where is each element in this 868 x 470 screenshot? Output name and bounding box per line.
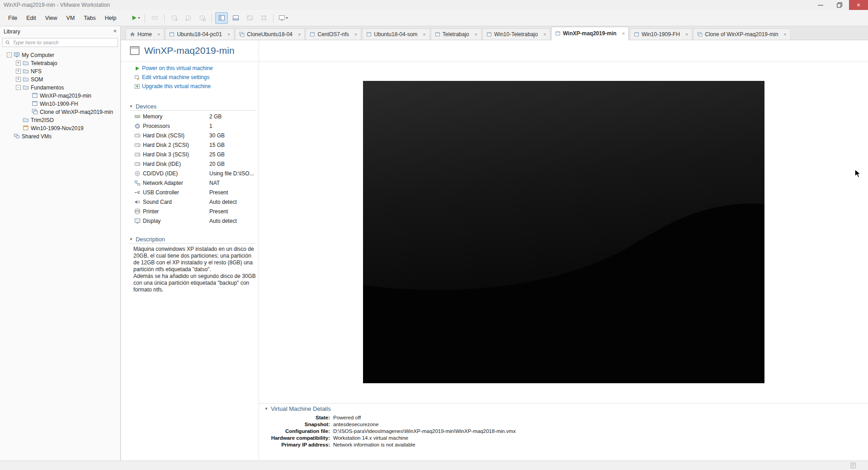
close-library-icon[interactable]: × [113, 28, 117, 34]
keyboard-icon [151, 14, 158, 21]
show-library-button[interactable] [215, 12, 228, 24]
menu-edit[interactable]: Edit [22, 10, 41, 26]
device-row-hard-disk-scsi[interactable]: Hard Disk (SCSI)30 GB [121, 131, 259, 140]
tree-item-my-computer[interactable]: -My Computer [0, 51, 120, 59]
tab-clone-of-winxp-maq2019-min[interactable]: Clone of WinXP-maq2019-min× [693, 28, 791, 40]
collapse-icon[interactable]: - [16, 85, 21, 90]
vm-icon [310, 32, 315, 37]
library-search[interactable] [2, 38, 118, 47]
tab-winxp-maq2019-min[interactable]: WinXP-maq2019-min× [551, 27, 629, 40]
device-row-printer[interactable]: PrinterPresent [121, 207, 259, 216]
command-upgrade-this-virtual-machine[interactable]: Upgrade this virtual machine [121, 82, 259, 91]
device-name: Hard Disk 2 (SCSI) [143, 142, 209, 148]
library-panel: Library × -My Computer+Teletrabajo+NFS+S… [0, 26, 121, 461]
menu-view[interactable]: View [41, 10, 62, 26]
window-title: WinXP-maq2019-min - VMware Workstation [4, 2, 110, 8]
tab-ubuntu18-04-pc01[interactable]: Ubuntu18-04-pc01× [165, 28, 234, 40]
menu-vm[interactable]: VM [62, 10, 80, 26]
tab-home[interactable]: Home× [126, 28, 164, 40]
minimize-button[interactable] [811, 0, 830, 10]
send-ctrl-alt-del-button[interactable] [148, 12, 161, 24]
tab-close-icon[interactable]: × [543, 32, 546, 37]
expand-icon[interactable]: + [16, 61, 21, 66]
show-thumbnail-bar-button[interactable] [229, 12, 242, 24]
close-button[interactable]: × [849, 0, 868, 10]
vm-title: WinXP-maq2019-min [144, 45, 235, 56]
tab-label: Home [137, 31, 152, 38]
tab-close-icon[interactable]: × [783, 32, 786, 37]
tree-item-trim2iso[interactable]: Trim2ISO [0, 116, 120, 124]
collapse-icon[interactable]: - [7, 52, 12, 57]
tab-close-icon[interactable]: × [685, 32, 688, 37]
snapshot-manager-button[interactable] [196, 12, 208, 24]
vm-tree: -My Computer+Teletrabajo+NFS+SOM-Fundame… [0, 51, 120, 140]
description-section-header[interactable]: ▼ Description [129, 235, 255, 244]
device-value: 25 GB [209, 151, 225, 158]
device-row-network-adapter[interactable]: Network AdapterNAT [121, 178, 259, 188]
tree-item-clone-of-winxp-maq2019-min[interactable]: Clone of WinXP-maq2019-min [0, 108, 120, 116]
snapshot-manager-icon [199, 14, 206, 21]
take-snapshot-button[interactable] [168, 12, 180, 24]
tree-item-shared-vms[interactable]: Shared VMs [0, 132, 120, 140]
device-value: 15 GB [209, 142, 225, 148]
power-on-button[interactable]: ▾ [129, 12, 142, 24]
expand-icon[interactable]: + [16, 69, 21, 74]
device-name: Hard Disk (IDE) [143, 161, 209, 167]
search-input[interactable] [13, 40, 115, 45]
device-row-cd-dvd-ide[interactable]: CD/DVD (IDE)Using file D:\ISO... [121, 169, 259, 178]
command-edit-virtual-machine-settings[interactable]: Edit virtual machine settings [121, 73, 259, 82]
tab-close-icon[interactable]: × [157, 32, 160, 37]
folder-icon [23, 60, 29, 66]
restore-button[interactable] [830, 0, 849, 10]
tree-item-winxp-maq2019-min[interactable]: WinXP-maq2019-min [0, 91, 120, 99]
tab-close-icon[interactable]: × [423, 32, 425, 37]
tab-close-icon[interactable]: × [475, 32, 477, 37]
tab-close-icon[interactable]: × [298, 32, 301, 37]
device-row-hard-disk-3-scsi[interactable]: Hard Disk 3 (SCSI)25 GB [121, 150, 259, 159]
vm-clone-icon [239, 32, 245, 37]
vm-description: Máquina conwindows XP instalado en un di… [133, 246, 256, 293]
tab-win10-1909-fh[interactable]: Win10-1909-FH× [630, 28, 692, 40]
menu-tabs[interactable]: Tabs [79, 10, 100, 26]
tab-close-icon[interactable]: × [354, 32, 357, 37]
upgrade-icon [134, 84, 140, 89]
tab-close-icon[interactable]: × [622, 31, 625, 36]
unity-button[interactable] [257, 12, 270, 24]
tab-ubuntu18-04-som[interactable]: Ubuntu18-04-som× [362, 28, 430, 40]
vm-screen-preview[interactable] [363, 81, 764, 383]
device-row-processors[interactable]: Processors1 [121, 121, 259, 131]
expand-icon[interactable]: + [16, 77, 21, 82]
tree-item-label: WinXP-maq2019-min [40, 92, 91, 99]
devices-section-header[interactable]: ▼ Devices [129, 102, 255, 111]
tree-item-teletrabajo[interactable]: +Teletrabajo [0, 59, 120, 67]
folder-icon [23, 76, 29, 82]
fullscreen-button[interactable] [243, 12, 256, 24]
tab-centos7-nfs[interactable]: CentOS7-nfs× [306, 28, 361, 40]
tree-item-win10-1909-nov2019[interactable]: Win10-1909-Nov2019 [0, 124, 120, 132]
command-power-on-this-virtual-machine[interactable]: Power on this virtual machine [121, 64, 259, 73]
status-notification-icon[interactable] [850, 462, 856, 469]
tab-win10-teletrabajo[interactable]: Win10-Teletrabajo× [482, 28, 550, 40]
tree-item-win10-1909-fh[interactable]: Win10-1909-FH [0, 99, 120, 108]
tab-label: Ubuntu18-04-som [374, 31, 417, 38]
details-section-header[interactable]: ▼ Virtual Machine Details [264, 404, 331, 413]
tab-teletrabajo[interactable]: Teletrabajo× [431, 28, 481, 40]
device-row-hard-disk-ide[interactable]: Hard Disk (IDE)20 GB [121, 159, 259, 169]
menu-file[interactable]: File [4, 10, 22, 26]
device-row-memory[interactable]: Memory2 GB [121, 112, 259, 121]
tree-item-nfs[interactable]: +NFS [0, 67, 120, 75]
tree-item-fundamentos[interactable]: -Fundamentos [0, 83, 120, 91]
tab-cloneubuntu18-04[interactable]: CloneUbuntu18-04× [235, 28, 305, 40]
console-view-button[interactable]: ▾ [277, 12, 289, 24]
tree-item-label: Trim2ISO [31, 117, 54, 123]
menu-help[interactable]: Help [100, 10, 121, 26]
device-row-usb-controller[interactable]: USB ControllerPresent [121, 188, 259, 197]
memory-icon [134, 113, 141, 120]
device-row-hard-disk-2-scsi[interactable]: Hard Disk 2 (SCSI)15 GB [121, 140, 259, 150]
device-row-display[interactable]: DisplayAuto detect [121, 216, 259, 226]
device-row-sound-card[interactable]: Sound CardAuto detect [121, 197, 259, 207]
tree-item-som[interactable]: +SOM [0, 75, 120, 83]
revert-snapshot-button[interactable] [182, 12, 194, 24]
detail-value: D:\ISOS-paraVideosImagenes\WinXP-maq2019… [330, 428, 516, 434]
tab-close-icon[interactable]: × [227, 32, 230, 37]
